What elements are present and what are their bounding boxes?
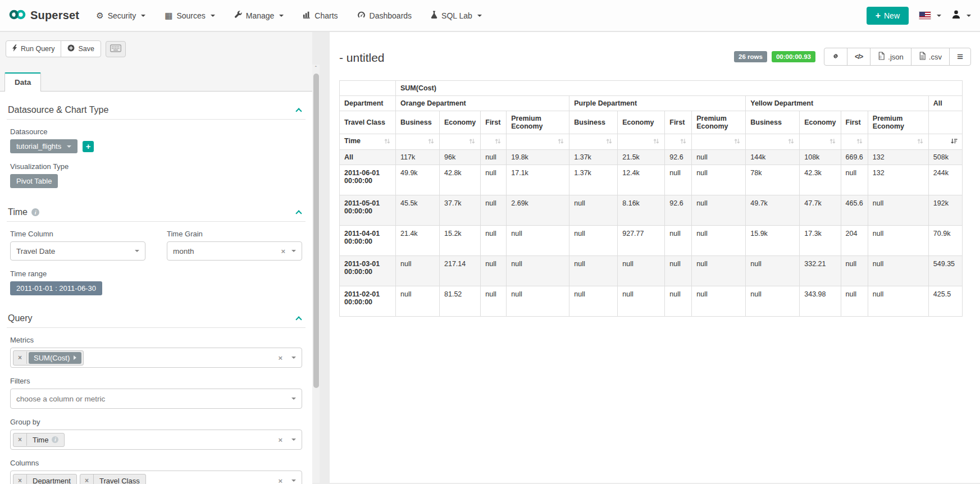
pivot-row: 2011-02-01 00:00:00null81.52nullnullnull…: [340, 286, 963, 317]
add-datasource-button[interactable]: +: [83, 141, 94, 152]
pivot-cell: null: [569, 286, 618, 317]
clear-icon[interactable]: ×: [278, 477, 282, 484]
pivot-department-header: Yellow Department: [746, 96, 929, 111]
pivot-sort-cell[interactable]: [868, 134, 928, 150]
pivot-cell: 132: [868, 150, 928, 165]
pivot-cell: 244k: [928, 165, 962, 195]
pivot-sort-cell[interactable]: [746, 134, 800, 150]
metric-pill[interactable]: SUM(Cost): [29, 352, 81, 364]
clear-icon[interactable]: ×: [278, 354, 282, 362]
sort-icon[interactable]: [605, 138, 613, 147]
sort-icon[interactable]: [917, 138, 924, 147]
scroll-up-arrow-icon[interactable]: ˆ: [312, 66, 320, 72]
sort-icon[interactable]: [427, 138, 435, 147]
pivot-travel-class-header: Business: [746, 111, 800, 134]
tab-data[interactable]: Data: [4, 72, 41, 92]
metrics-select[interactable]: × SUM(Cost) ×: [10, 348, 302, 368]
pivot-sort-cell[interactable]: [665, 134, 692, 150]
nav-item-security[interactable]: ⚙ Security: [96, 11, 145, 20]
language-selector[interactable]: [919, 11, 941, 20]
chart-title[interactable]: - untitled: [339, 51, 385, 65]
pivot-cell: null: [507, 256, 569, 286]
collapse-chevron-icon[interactable]: [295, 316, 302, 322]
sort-icon[interactable]: [494, 138, 502, 147]
pivot-sort-cell[interactable]: [928, 134, 962, 150]
remove-token-icon[interactable]: ×: [13, 474, 27, 484]
pivot-all-header: All: [928, 96, 962, 111]
remove-token-icon[interactable]: ×: [13, 351, 27, 364]
pivot-time-sort-cell[interactable]: Time: [340, 134, 396, 150]
collapse-chevron-icon[interactable]: [295, 210, 302, 216]
nav-item-sources[interactable]: ▦ Sources: [165, 11, 215, 20]
pivot-sort-cell[interactable]: [396, 134, 440, 150]
sort-icon[interactable]: [468, 138, 476, 147]
caret-down-icon: [291, 480, 296, 482]
panel-scrollbar[interactable]: ˆ: [312, 65, 320, 483]
filters-select[interactable]: [10, 389, 302, 409]
pivot-travel-class-header: First: [841, 111, 868, 134]
time-column-select[interactable]: Travel Date: [10, 241, 145, 261]
clear-icon[interactable]: ×: [278, 436, 282, 444]
nav-item-manage[interactable]: Manage: [234, 11, 284, 20]
new-button[interactable]: + New: [867, 7, 909, 25]
plus-circle-icon: [67, 44, 75, 53]
export-json-button[interactable]: {} .json: [870, 48, 911, 66]
pivot-sort-cell[interactable]: [481, 134, 507, 150]
columns-select[interactable]: × Department × Travel Class ×: [10, 471, 302, 484]
filters-input[interactable]: [16, 395, 290, 403]
sort-desc-icon[interactable]: [950, 138, 958, 147]
pivot-sort-cell[interactable]: [841, 134, 868, 150]
sort-icon[interactable]: [733, 138, 741, 147]
remove-token-icon[interactable]: ×: [80, 474, 94, 484]
short-link-button[interactable]: [824, 48, 847, 66]
viz-type-pill[interactable]: Pivot Table: [10, 174, 58, 188]
scrollbar-thumb[interactable]: [313, 74, 319, 388]
pivot-row: 2011-05-01 00:00:0045.5k37.7knull2.69knu…: [340, 195, 963, 226]
datasource-pill[interactable]: tutorial_flights: [10, 139, 78, 153]
clear-icon[interactable]: ×: [281, 247, 285, 255]
save-button[interactable]: Save: [61, 40, 101, 57]
time-grain-select[interactable]: month ×: [167, 241, 302, 261]
pivot-cell: null: [481, 256, 507, 286]
sort-icon[interactable]: [787, 138, 795, 147]
nav-item-charts[interactable]: Charts: [303, 11, 338, 20]
chart-menu-button[interactable]: ≡: [949, 48, 971, 66]
caret-down-icon: [937, 15, 941, 17]
nav-item-dashboards[interactable]: Dashboards: [357, 11, 412, 21]
pivot-sort-cell[interactable]: [569, 134, 618, 150]
pivot-sort-cell[interactable]: [507, 134, 569, 150]
keyboard-shortcuts-button[interactable]: [106, 41, 126, 57]
pivot-cell: 117k: [396, 150, 440, 165]
pivot-travel-class-header: Business: [396, 111, 440, 134]
sort-icon[interactable]: [653, 138, 660, 147]
pivot-cell: 70.9k: [928, 226, 962, 256]
nav-item-sql-lab[interactable]: SQL Lab: [431, 11, 482, 20]
pivot-cell: null: [507, 226, 569, 256]
pivot-sort-cell[interactable]: [440, 134, 481, 150]
user-menu[interactable]: [951, 10, 971, 21]
sort-icon[interactable]: [856, 138, 863, 147]
pivot-cell: 8.16k: [618, 195, 665, 226]
pivot-sort-cell[interactable]: [800, 134, 841, 150]
section-time: Time i Time Column Travel Date: [7, 203, 306, 295]
sort-icon[interactable]: [557, 138, 564, 147]
section-query: Query Metrics × SUM(Cost): [7, 309, 306, 484]
nav-label: Charts: [314, 11, 338, 20]
sort-icon[interactable]: [680, 138, 687, 147]
superset-logo[interactable]: Superset: [9, 9, 79, 22]
groupby-select[interactable]: × Time i ×: [10, 430, 302, 450]
run-query-button[interactable]: Run Query: [6, 40, 61, 57]
sort-icon[interactable]: [829, 138, 836, 147]
sort-icon[interactable]: [384, 138, 391, 147]
pivot-sort-cell[interactable]: [618, 134, 665, 150]
collapse-chevron-icon[interactable]: [295, 108, 302, 114]
remove-token-icon[interactable]: ×: [13, 433, 27, 446]
pivot-cell: 12.4k: [618, 165, 665, 195]
time-range-pill[interactable]: 2011-01-01 : 2011-06-30: [10, 281, 102, 295]
view-query-button[interactable]: </>: [847, 48, 870, 66]
pivot-sort-cell[interactable]: [692, 134, 746, 150]
pivot-cell: 17.3k: [800, 226, 841, 256]
pivot-travel-class-header: Premium Economy: [507, 111, 569, 134]
caret-down-icon: [67, 145, 71, 148]
export-csv-button[interactable]: .csv: [911, 48, 950, 66]
